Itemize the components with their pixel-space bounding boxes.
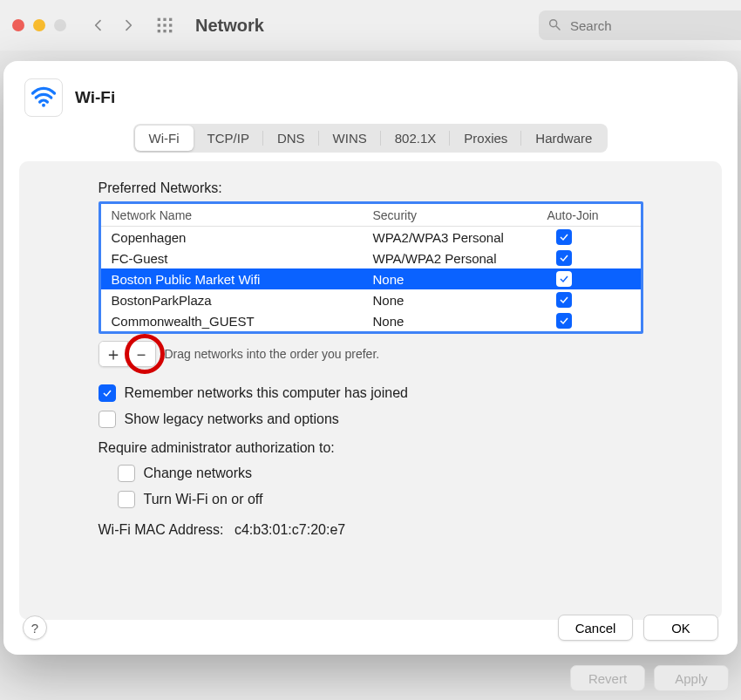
preferred-networks-label: Preferred Networks: bbox=[99, 180, 643, 196]
svg-rect-7 bbox=[163, 30, 166, 32]
network-security-cell: None bbox=[373, 293, 547, 308]
show-all-prefs-icon[interactable] bbox=[153, 14, 176, 37]
mac-address-value: c4:b3:01:c7:20:e7 bbox=[235, 522, 345, 537]
drag-hint: Drag networks into the order you prefer. bbox=[165, 347, 380, 361]
network-security-cell: None bbox=[373, 272, 547, 287]
apply-button[interactable]: Apply bbox=[654, 665, 729, 691]
svg-rect-5 bbox=[169, 24, 172, 26]
forward-button[interactable] bbox=[115, 12, 141, 38]
network-row[interactable]: Commonwealth_GUESTNone bbox=[101, 310, 641, 331]
svg-line-10 bbox=[556, 26, 560, 30]
tab-tcp-ip[interactable]: TCP/IP bbox=[194, 126, 263, 151]
network-autojoin-cell[interactable] bbox=[547, 313, 643, 329]
tab-proxies[interactable]: Proxies bbox=[450, 126, 521, 151]
toolbar: Network bbox=[0, 0, 741, 51]
network-row[interactable]: CopenhagenWPA2/WPA3 Personal bbox=[101, 227, 641, 248]
search-input[interactable] bbox=[568, 17, 732, 34]
network-name-cell: FC-Guest bbox=[112, 251, 373, 266]
network-autojoin-cell[interactable] bbox=[547, 250, 643, 266]
network-security-cell: WPA2/WPA3 Personal bbox=[373, 230, 547, 245]
back-button[interactable] bbox=[85, 12, 112, 38]
network-name-cell: Copenhagen bbox=[112, 230, 373, 245]
remember-networks-checkbox[interactable]: Remember networks this computer has join… bbox=[99, 384, 643, 402]
col-autojoin[interactable]: Auto-Join bbox=[547, 208, 643, 222]
admin-wifi-toggle-checkbox[interactable]: Turn Wi-Fi on or off bbox=[118, 491, 643, 508]
network-name-cell: BostonParkPlaza bbox=[112, 293, 373, 308]
svg-rect-0 bbox=[158, 18, 160, 21]
admin-change-networks-checkbox[interactable]: Change networks bbox=[118, 465, 643, 482]
network-autojoin-cell[interactable] bbox=[547, 292, 643, 308]
network-name-cell: Boston Public Market Wifi bbox=[112, 272, 373, 287]
admin-auth-label: Require administrator authorization to: bbox=[99, 440, 335, 456]
wifi-advanced-sheet: Wi-Fi Wi-FiTCP/IPDNSWINS802.1XProxiesHar… bbox=[3, 61, 738, 655]
svg-rect-3 bbox=[158, 24, 160, 26]
network-row[interactable]: FC-GuestWPA/WPA2 Personal bbox=[101, 248, 641, 268]
sheet-title: Wi-Fi bbox=[75, 88, 115, 107]
checkbox-icon bbox=[99, 384, 116, 402]
network-autojoin-cell[interactable] bbox=[547, 271, 643, 287]
cancel-button[interactable]: Cancel bbox=[558, 615, 633, 641]
zoom-window-button[interactable] bbox=[54, 19, 66, 31]
checkmark-icon bbox=[556, 229, 572, 245]
checkmark-icon bbox=[556, 313, 572, 329]
checkmark-icon bbox=[556, 250, 572, 266]
tab-wins[interactable]: WINS bbox=[319, 126, 381, 151]
network-row[interactable]: BostonParkPlazaNone bbox=[101, 289, 641, 310]
background-footer: Revert Apply bbox=[570, 665, 729, 691]
toolbar-title: Network bbox=[195, 16, 264, 36]
checkmark-icon bbox=[556, 271, 572, 287]
svg-point-9 bbox=[550, 19, 557, 26]
add-network-button[interactable]: ＋ bbox=[99, 342, 127, 366]
window-traffic-lights bbox=[12, 19, 66, 31]
remember-networks-label: Remember networks this computer has join… bbox=[125, 385, 408, 401]
settings-tabs: Wi-FiTCP/IPDNSWINS802.1XProxiesHardware bbox=[133, 124, 608, 153]
svg-rect-2 bbox=[169, 18, 172, 21]
network-list-header: Network Name Security Auto-Join bbox=[101, 204, 641, 227]
tab-wi-fi[interactable]: Wi-Fi bbox=[135, 126, 194, 151]
admin-change-networks-label: Change networks bbox=[144, 466, 253, 481]
tab-hardware[interactable]: Hardware bbox=[521, 126, 606, 151]
wifi-panel: Preferred Networks: Network Name Securit… bbox=[19, 161, 722, 620]
show-legacy-checkbox[interactable]: Show legacy networks and options bbox=[99, 411, 643, 428]
show-legacy-label: Show legacy networks and options bbox=[125, 411, 339, 427]
tab-dns[interactable]: DNS bbox=[263, 126, 319, 151]
checkbox-icon bbox=[99, 411, 116, 428]
close-window-button[interactable] bbox=[12, 19, 24, 31]
col-network-name[interactable]: Network Name bbox=[112, 208, 373, 222]
svg-rect-4 bbox=[163, 24, 166, 26]
ok-button[interactable]: OK bbox=[643, 615, 718, 641]
help-button[interactable]: ? bbox=[23, 615, 47, 640]
col-security[interactable]: Security bbox=[373, 208, 547, 222]
revert-button[interactable]: Revert bbox=[570, 665, 645, 691]
search-icon bbox=[547, 17, 561, 34]
svg-rect-6 bbox=[158, 30, 160, 32]
svg-point-11 bbox=[42, 104, 45, 107]
network-security-cell: None bbox=[373, 314, 547, 329]
tab-802-1x[interactable]: 802.1X bbox=[381, 126, 451, 151]
network-row[interactable]: Boston Public Market WifiNone bbox=[101, 268, 641, 289]
system-preferences-window: Network Wi-Fi Wi-FiTCP/IPDNSWINS802.1XPr… bbox=[0, 0, 741, 700]
svg-rect-8 bbox=[169, 30, 172, 32]
admin-wifi-toggle-label: Turn Wi-Fi on or off bbox=[144, 492, 263, 507]
checkbox-icon bbox=[118, 465, 135, 482]
svg-rect-1 bbox=[163, 18, 166, 21]
checkmark-icon bbox=[556, 292, 572, 308]
mac-address-label: Wi-Fi MAC Address: bbox=[99, 522, 224, 537]
preferred-networks-list[interactable]: Network Name Security Auto-Join Copenhag… bbox=[99, 201, 643, 334]
checkbox-icon bbox=[118, 491, 135, 508]
search-field[interactable] bbox=[539, 10, 741, 40]
network-security-cell: WPA/WPA2 Personal bbox=[373, 251, 547, 266]
network-autojoin-cell[interactable] bbox=[547, 229, 643, 245]
remove-network-button[interactable]: － bbox=[127, 342, 155, 366]
minimize-window-button[interactable] bbox=[33, 19, 45, 31]
wifi-icon bbox=[24, 78, 63, 117]
network-name-cell: Commonwealth_GUEST bbox=[112, 314, 373, 329]
